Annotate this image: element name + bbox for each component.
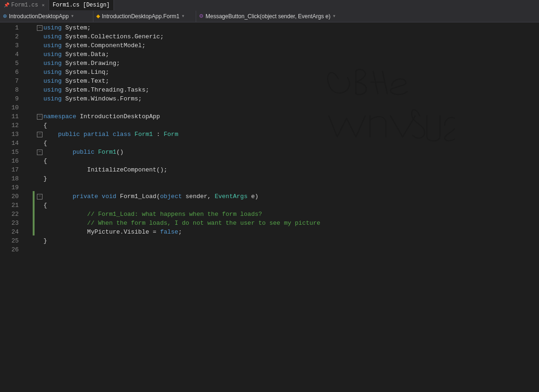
code-line-25: } [35,236,539,245]
token: Form1 [98,148,116,157]
change-bar-26 [33,244,35,253]
collapse-marker-1[interactable]: − [37,25,43,31]
change-bar-19 [33,182,35,191]
collapse-marker-13[interactable]: − [37,132,43,137]
change-bar-14 [33,138,35,147]
token: // Form1_Load: what happens when the for… [43,210,262,219]
code-line-16: { [35,157,539,165]
line-number-5: 5 [0,59,19,68]
token: class [113,130,131,139]
nav-dropdown-class-label: IntroductionDesktopApp.Form1 [102,13,179,20]
line-number-21: 21 [0,201,19,210]
code-line-23: // When the form loads, I do not want th… [35,219,539,228]
line-number-22: 22 [0,210,19,219]
change-bar-6 [33,67,35,76]
code-line-24: MyPicture.Visible = false; [35,228,539,236]
dropdown-arrow-icon: ▼ [71,14,74,18]
change-bar-17 [33,164,35,173]
token: e) [248,192,258,201]
token: { [43,121,47,130]
token [131,130,135,139]
line-number-10: 10 [0,103,19,112]
collapse-marker-20[interactable]: − [37,194,43,200]
line-number-1: 1 [0,23,19,32]
token: object [160,192,182,201]
line-number-11: 11 [0,112,19,121]
change-bar-12 [33,120,35,129]
token: IntroductionDesktopApp [76,112,160,121]
change-bar-23 [33,218,35,227]
nav-dropdown-method-label: MessageButton_Click(object sender, Event… [206,13,330,20]
code-line-1: −using System; [35,23,539,32]
token: void [102,192,116,201]
token: Form1 [135,130,153,139]
line-number-12: 12 [0,121,19,130]
token: namespace [43,112,76,121]
token: System.Data; [62,50,109,59]
line-number-9: 9 [0,94,19,103]
line-number-23: 23 [0,219,19,228]
line-number-2: 2 [0,32,19,41]
code-line-21: { [35,201,539,210]
code-area[interactable]: −using System;using System.Collections.G… [35,22,539,392]
code-line-14: { [35,139,539,148]
title-bar: 📌 Form1.cs ✕ Form1.cs [Design] [0,0,539,10]
line-number-14: 14 [0,139,19,148]
token: { [43,201,47,210]
token: () [116,148,124,157]
tab-group: 📌 Form1.cs ✕ Form1.cs [Design] [0,0,114,10]
line-number-20: 20 [0,192,19,201]
change-bar-25 [33,235,35,244]
token: System.Drawing; [62,59,120,68]
code-line-6: using System.Linq; [35,68,539,77]
code-line-11: −namespace IntroductionDesktopApp [35,112,539,121]
code-line-10 [35,103,539,112]
nav-dropdown-class[interactable]: ◆ IntroductionDesktopApp.Form1 ▼ [93,11,188,22]
collapse-marker-15[interactable]: − [37,150,43,155]
tab-form1-design[interactable]: Form1.cs [Design] [49,0,114,10]
code-line-13: − public partial class Form1 : Form [35,130,539,139]
line-number-16: 16 [0,157,19,165]
dropdown-arrow-2-icon: ▼ [181,14,185,18]
project-icon: ⊕ [3,13,7,19]
line-number-8: 8 [0,86,19,94]
code-line-8: using System.Threading.Tasks; [35,86,539,94]
token: sender, [182,192,215,201]
class-icon: ◆ [96,13,100,19]
token: using [43,68,62,77]
token: System.ComponentModel; [62,41,145,50]
line-number-25: 25 [0,236,19,245]
line-number-17: 17 [0,165,19,174]
code-line-2: using System.Collections.Generic; [35,32,539,41]
tab-label: Form1.cs [11,2,38,8]
line-number-15: 15 [0,148,19,157]
code-line-5: using System.Drawing; [35,59,539,68]
nav-dropdown-container-3: ⚙ MessageButton_Click(object sender, Eve… [196,11,539,22]
change-bar-10 [33,102,35,111]
change-bar-5 [33,58,35,67]
token: Form1_Load( [116,192,160,201]
tab-label-design: Form1.cs [Design] [53,2,110,8]
line-numbers: 1234567891011121314151617181920212223242… [0,22,23,392]
token: System.Linq; [62,68,109,77]
code-line-3: using System.ComponentModel; [35,41,539,50]
close-icon[interactable]: ✕ [42,2,45,8]
token: } [43,236,47,245]
nav-dropdown-method[interactable]: ⚙ MessageButton_Click(object sender, Eve… [196,11,339,22]
change-bar-8 [33,85,35,93]
code-line-9: using System.Windows.Forms; [35,94,539,103]
token [80,130,84,139]
line-number-13: 13 [0,130,19,139]
nav-dropdown-project[interactable]: ⊕ IntroductionDesktopApp ▼ [0,11,77,22]
token: using [43,32,62,41]
collapse-marker-11[interactable]: − [37,114,43,120]
change-bar-13 [33,129,35,138]
change-bar-9 [33,93,35,102]
change-bar-3 [33,40,35,49]
token: using [43,86,62,94]
tab-form1-cs[interactable]: 📌 Form1.cs ✕ [0,0,49,10]
change-bar-22 [33,209,35,218]
code-line-18: } [35,174,539,183]
line-number-6: 6 [0,68,19,77]
change-bar-4 [33,49,35,58]
